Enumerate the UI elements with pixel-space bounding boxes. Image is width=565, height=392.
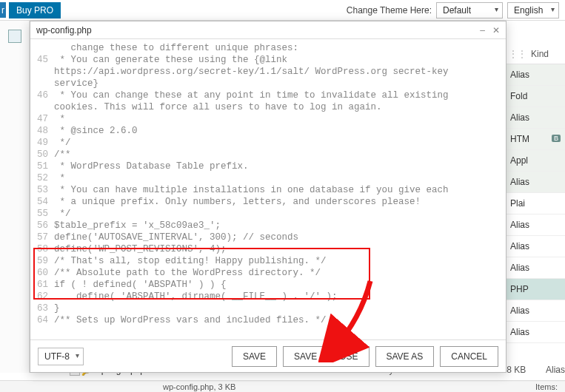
code-line[interactable]: 52 * <box>30 172 506 184</box>
code-text: * You can generate these using the {@lin… <box>53 54 287 66</box>
line-number: 55 <box>30 208 53 220</box>
code-line[interactable]: https://api.wordpress.org/secret-key/1.1… <box>30 66 506 78</box>
code-line[interactable]: cookies. This will force all users to ha… <box>30 101 506 113</box>
change-theme-label: Change Theme Here: <box>347 5 432 16</box>
line-number: 53 <box>30 184 53 196</box>
file-kind-cell[interactable]: Alias <box>506 64 565 86</box>
encoding-select[interactable]: UTF-8 <box>38 348 84 365</box>
file-kind-cell[interactable]: Appl <box>506 150 565 172</box>
code-text: * <box>53 113 65 125</box>
language-select-value: English <box>514 5 543 16</box>
code-line[interactable]: 48 * @since 2.6.0 <box>30 125 506 137</box>
minimize-icon[interactable]: – <box>480 25 485 36</box>
save-close-button[interactable]: SAVE & CLOSE <box>283 346 369 367</box>
code-line[interactable]: 46 * You can change these at any point i… <box>30 89 506 101</box>
encoding-value: UTF-8 <box>44 351 70 362</box>
theme-select-value: Default <box>443 5 471 16</box>
code-text: define('WP_POST_REVISIONS', 4); <box>53 243 227 255</box>
code-line[interactable]: 49 */ <box>30 137 506 149</box>
line-number: 56 <box>30 220 53 232</box>
code-text: */ <box>53 137 71 149</box>
line-number: 49 <box>30 137 53 149</box>
save-button[interactable]: SAVE <box>232 346 277 367</box>
code-text: * @since 2.6.0 <box>53 125 138 137</box>
line-number: 46 <box>30 89 53 101</box>
editor-filename: wp-config.php <box>36 25 92 36</box>
line-number <box>30 42 53 54</box>
code-text: service} <box>53 78 98 89</box>
line-number: 45 <box>30 54 53 66</box>
code-line[interactable]: 62 define( 'ABSPATH', dirname( __FILE__ … <box>30 291 506 303</box>
code-text: /* That's all, stop editing! Happy publi… <box>53 255 327 267</box>
cancel-button[interactable]: CANCEL <box>440 346 498 367</box>
line-number <box>30 101 53 113</box>
line-number: 57 <box>30 232 53 243</box>
file-kind-cell[interactable]: Alias <box>506 236 565 257</box>
status-left: wp-config.php, 3 KB <box>163 382 235 391</box>
code-text: */ <box>53 208 71 220</box>
file-kind-cell[interactable]: HTMB <box>506 129 565 150</box>
editor-footer: UTF-8 SAVE SAVE & CLOSE SAVE AS CANCEL <box>30 339 506 372</box>
line-number: 63 <box>30 303 53 314</box>
file-kind-cell[interactable]: PHP <box>506 279 565 300</box>
file-kind-header[interactable]: ⋮⋮ Kind <box>506 44 565 64</box>
theme-select[interactable]: Default <box>436 2 503 18</box>
line-number: 58 <box>30 243 53 255</box>
line-number: 50 <box>30 149 53 160</box>
file-kind-cell[interactable]: Alias <box>506 107 565 129</box>
buy-pro-button[interactable]: Buy PRO <box>9 2 61 18</box>
code-line[interactable]: 64/** Sets up WordPress vars and include… <box>30 314 506 326</box>
status-bar: wp-config.php, 3 KB Items: <box>0 380 565 392</box>
code-line[interactable]: 59/* That's all, stop editing! Happy pub… <box>30 255 506 267</box>
code-line[interactable]: 53 * You can have multiple installations… <box>30 184 506 196</box>
code-line[interactable]: 54 * a unique prefix. Only numbers, lett… <box>30 196 506 208</box>
code-line[interactable]: 51 * WordPress Database Table prefix. <box>30 160 506 172</box>
code-line[interactable]: change these to different unique phrases… <box>30 42 506 54</box>
file-kind-cell[interactable]: Plai <box>506 193 565 214</box>
file-kind-cell[interactable]: Fold <box>506 86 565 107</box>
code-line[interactable]: 63} <box>30 303 506 314</box>
code-line[interactable]: 55 */ <box>30 208 506 220</box>
file-kind-cell[interactable]: Alias <box>506 214 565 236</box>
code-line[interactable]: 47 * <box>30 113 506 125</box>
language-select[interactable]: English <box>507 2 559 18</box>
code-line[interactable]: 60/** Absolute path to the WordPress dir… <box>30 267 506 279</box>
line-number <box>30 78 53 89</box>
code-text: * You can have multiple installations in… <box>53 184 449 196</box>
file-kind-cell[interactable]: Alias <box>506 322 565 343</box>
line-number: 51 <box>30 160 53 172</box>
drag-handle-icon[interactable]: ⋮⋮ <box>509 49 526 59</box>
code-text: https://api.wordpress.org/secret-key/1.1… <box>53 66 449 78</box>
code-text: if ( ! defined( 'ABSPATH' ) ) { <box>53 279 227 291</box>
file-kind-cell[interactable]: Alias <box>506 172 565 193</box>
line-number <box>30 66 53 78</box>
line-number: 48 <box>30 125 53 137</box>
file-kind-header-label: Kind <box>531 49 549 59</box>
save-as-button[interactable]: SAVE AS <box>375 346 435 367</box>
code-line[interactable]: 45 * You can generate these using the {@… <box>30 54 506 66</box>
code-text: /** Sets up WordPress vars and included … <box>53 314 327 326</box>
code-line[interactable]: 61if ( ! defined( 'ABSPATH' ) ) { <box>30 279 506 291</box>
editor-titlebar[interactable]: wp-config.php – ✕ <box>30 21 506 39</box>
close-icon[interactable]: ✕ <box>492 25 500 36</box>
line-number: 59 <box>30 255 53 267</box>
code-text: * a unique prefix. Only numbers, letters… <box>53 196 421 208</box>
file-type: Alias <box>546 365 565 375</box>
badge-b: B <box>552 135 561 142</box>
code-line[interactable]: 50/** <box>30 149 506 160</box>
file-kind-cell[interactable]: Alias <box>506 257 565 279</box>
line-number: 60 <box>30 267 53 279</box>
code-text: change these to different unique phrases… <box>53 42 298 54</box>
code-line[interactable]: 57define('AUTOSAVE_INTERVAL', 300); // s… <box>30 232 506 243</box>
line-number: 62 <box>30 291 53 303</box>
file-kind-cell[interactable]: Alias <box>506 300 565 322</box>
code-line[interactable]: service} <box>30 78 506 89</box>
view-icon[interactable] <box>8 30 21 43</box>
code-editor[interactable]: change these to different unique phrases… <box>30 39 506 339</box>
code-text: * WordPress Database Table prefix. <box>53 160 249 172</box>
code-text: /** Absolute path to the WordPress direc… <box>53 267 321 279</box>
line-number: 61 <box>30 279 53 291</box>
code-line[interactable]: 58define('WP_POST_REVISIONS', 4); <box>30 243 506 255</box>
code-line[interactable]: 56$table_prefix = 'x_58c09ae3_'; <box>30 220 506 232</box>
code-text: define( 'ABSPATH', dirname( __FILE__ ) .… <box>53 291 338 303</box>
